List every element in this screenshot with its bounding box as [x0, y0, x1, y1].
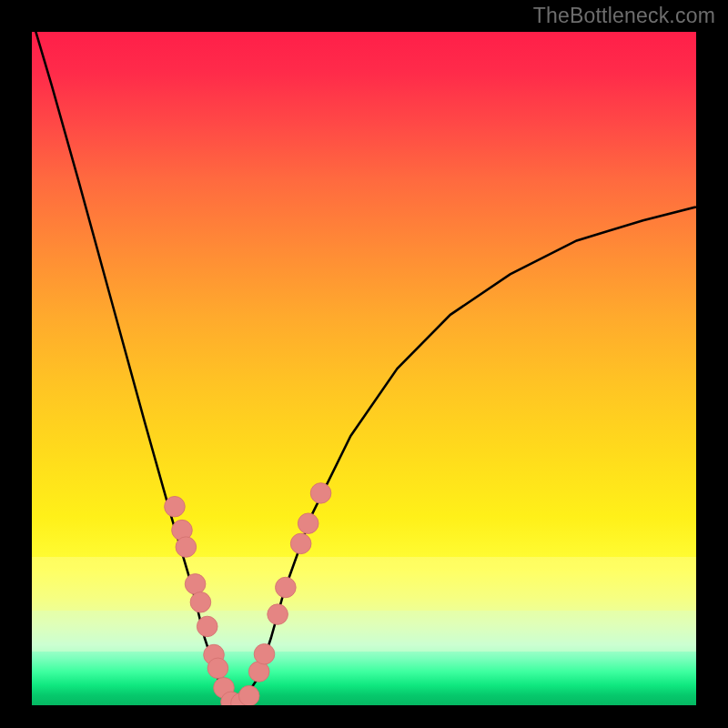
data-markers	[165, 483, 331, 705]
data-marker	[185, 574, 206, 594]
chart-svg	[32, 32, 696, 705]
data-marker	[207, 658, 228, 678]
data-marker	[276, 577, 297, 597]
data-marker	[310, 483, 331, 503]
outer-frame: TheBottleneck.com	[0, 0, 728, 728]
data-marker	[197, 616, 217, 636]
data-marker	[268, 604, 288, 624]
bottleneck-curve	[32, 32, 696, 705]
data-marker	[290, 533, 311, 553]
data-marker	[238, 685, 259, 705]
data-marker	[298, 513, 318, 533]
data-marker	[190, 592, 211, 612]
data-marker	[176, 537, 197, 557]
data-marker	[254, 644, 275, 664]
watermark-text: TheBottleneck.com	[533, 4, 715, 28]
plot-area	[32, 32, 696, 705]
data-marker	[165, 496, 186, 516]
